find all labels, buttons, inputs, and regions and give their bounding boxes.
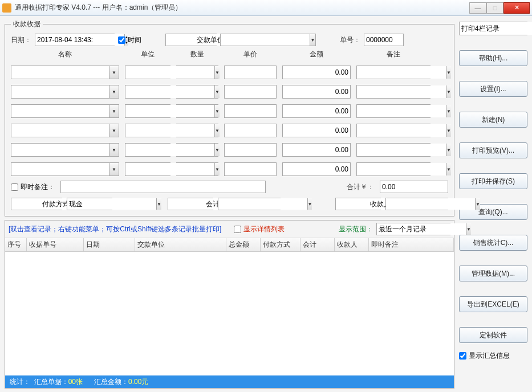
maximize-button[interactable]: □ [486, 2, 503, 14]
row-amount-input[interactable] [282, 104, 351, 118]
range-label: 显示范围： [339, 224, 373, 234]
chevron-down-icon[interactable]: ▼ [109, 144, 119, 156]
chevron-down-icon[interactable]: ▼ [214, 66, 220, 79]
range-combo[interactable]: ▼ [376, 223, 450, 235]
record-table[interactable]: 序号 收据单号 日期 交款单位 总金额 付款方式 会计 收款人 即时备注 [5, 238, 454, 375]
row-unit-combo[interactable]: ▼ [125, 143, 170, 157]
print-save-button[interactable]: 打印并保存(S) [459, 173, 527, 189]
chevron-down-icon[interactable]: ▼ [109, 105, 119, 117]
date-input[interactable] [35, 34, 124, 46]
new-button[interactable]: 新建(N) [459, 112, 527, 128]
row-price-input[interactable] [224, 162, 277, 176]
chevron-down-icon[interactable]: ▼ [307, 198, 312, 210]
chevron-down-icon[interactable]: ▼ [446, 144, 451, 156]
instant-remark-input[interactable] [60, 181, 266, 193]
minimize-button[interactable]: — [469, 2, 486, 14]
row-name-combo[interactable]: ▼ [11, 104, 119, 118]
row-amount-input[interactable] [282, 66, 351, 79]
manage-data-button[interactable]: 管理数据(M)... [459, 266, 527, 281]
accountant-combo[interactable]: ▼ [218, 198, 281, 210]
settings-button[interactable]: 设置(I)... [459, 81, 527, 97]
row-remark-combo[interactable]: ▼ [356, 124, 431, 137]
instant-remark-label: 即时备注： [21, 182, 55, 192]
chevron-down-icon[interactable]: ▼ [109, 85, 119, 98]
chevron-down-icon[interactable]: ▼ [214, 163, 220, 175]
row-remark-combo[interactable]: ▼ [356, 104, 431, 118]
col-price: 单价 [224, 50, 277, 60]
row-remark-combo[interactable]: ▼ [356, 143, 431, 157]
chevron-down-icon[interactable]: ▼ [446, 163, 451, 175]
custom-software-button[interactable]: 定制软件 [459, 327, 527, 343]
chevron-down-icon[interactable]: ▼ [214, 85, 220, 98]
row-price-input[interactable] [224, 104, 277, 118]
row-price-input[interactable] [224, 66, 277, 79]
row-remark-combo[interactable]: ▼ [356, 66, 431, 79]
row-unit-combo[interactable]: ▼ [125, 85, 170, 99]
row-amount-input[interactable] [282, 124, 351, 137]
row-name-combo[interactable]: ▼ [11, 162, 119, 176]
chevron-down-icon[interactable]: ▼ [214, 124, 220, 137]
chevron-down-icon[interactable]: ▼ [109, 66, 119, 79]
paymethod-label-combo[interactable]: ▼ [11, 198, 62, 210]
serial-input[interactable] [364, 34, 404, 46]
record-list-panel: [双击查看记录；右键功能菜单；可按Ctrl或Shift键选多条记录批量打印] 显… [5, 220, 454, 389]
accountant-label-combo[interactable]: ▼ [168, 198, 213, 210]
chevron-down-icon[interactable]: ▼ [466, 223, 471, 235]
time-checkbox[interactable]: 时间 [118, 35, 141, 45]
chevron-down-icon[interactable]: ▼ [310, 34, 315, 46]
date-spinner[interactable]: ▲▼ [35, 34, 115, 46]
app-icon [2, 3, 11, 13]
row-name-combo[interactable]: ▼ [11, 143, 119, 157]
row-name-combo[interactable]: ▼ [11, 124, 119, 137]
row-amount-input[interactable] [282, 85, 351, 99]
row-price-input[interactable] [224, 85, 277, 99]
payee-label-combo[interactable]: ▼ [335, 198, 381, 210]
row-name-combo[interactable]: ▼ [11, 85, 119, 99]
chevron-down-icon[interactable]: ▼ [156, 198, 161, 210]
count-label: 汇总单据： [34, 378, 68, 386]
print-template-combo[interactable]: ▼ [459, 22, 527, 35]
show-detail-checkbox[interactable]: 显示详情列表 [234, 224, 285, 234]
row-name-combo[interactable]: ▼ [11, 66, 119, 79]
show-summary-checkbox[interactable]: 显示汇总信息 [459, 351, 527, 361]
th-total: 总金额 [226, 238, 261, 251]
chevron-down-icon[interactable]: ▼ [446, 124, 451, 137]
chevron-down-icon[interactable]: ▼ [446, 66, 451, 79]
print-preview-button[interactable]: 打印预览(V)... [459, 142, 527, 158]
payer-combo[interactable]: ▼ [220, 34, 316, 46]
row-remark-combo[interactable]: ▼ [356, 162, 431, 176]
chevron-down-icon[interactable]: ▼ [446, 85, 451, 98]
chevron-down-icon[interactable]: ▼ [109, 124, 119, 137]
chevron-down-icon[interactable]: ▼ [109, 163, 119, 175]
chevron-down-icon[interactable]: ▼ [446, 105, 451, 117]
row-remark-combo[interactable]: ▼ [356, 85, 431, 99]
row-amount-input[interactable] [282, 143, 351, 157]
chevron-down-icon[interactable]: ▼ [475, 198, 480, 210]
window-title: 通用收据打印专家 V4.0.7 --- 用户名：admin（管理员） [15, 3, 469, 13]
count-value: 00张 [68, 378, 83, 386]
row-unit-combo[interactable]: ▼ [125, 162, 170, 176]
col-unit: 单位 [125, 50, 170, 60]
row-unit-combo[interactable]: ▼ [125, 66, 170, 79]
sales-stat-button[interactable]: 销售统计C)... [459, 235, 527, 251]
chevron-down-icon[interactable]: ▼ [214, 144, 220, 156]
th-payee: 收款人 [335, 238, 369, 251]
payee-combo[interactable]: ▼ [385, 198, 448, 210]
chevron-down-icon[interactable]: ▼ [214, 105, 220, 117]
paymethod-combo[interactable]: ▼ [67, 198, 112, 210]
instant-remark-checkbox[interactable]: 即时备注： [11, 182, 55, 192]
titlebar[interactable]: 通用收据打印专家 V4.0.7 --- 用户名：admin（管理员） — □ ✕ [0, 0, 532, 16]
row-unit-combo[interactable]: ▼ [125, 124, 170, 137]
row-price-input[interactable] [224, 143, 277, 157]
row-price-input[interactable] [224, 124, 277, 137]
row-unit-combo[interactable]: ▼ [125, 104, 170, 118]
col-qty: 数量 [176, 50, 218, 60]
close-button[interactable]: ✕ [503, 2, 530, 14]
total-input[interactable] [380, 181, 448, 193]
total-label: 合计￥： [347, 182, 374, 192]
help-button[interactable]: 帮助(H)... [459, 50, 527, 66]
row-amount-input[interactable] [282, 162, 351, 176]
payer-label-combo[interactable]: ▼ [165, 34, 217, 46]
export-excel-button[interactable]: 导出到EXCEL(E) [459, 296, 527, 312]
sum-label: 汇总金额： [94, 378, 128, 386]
